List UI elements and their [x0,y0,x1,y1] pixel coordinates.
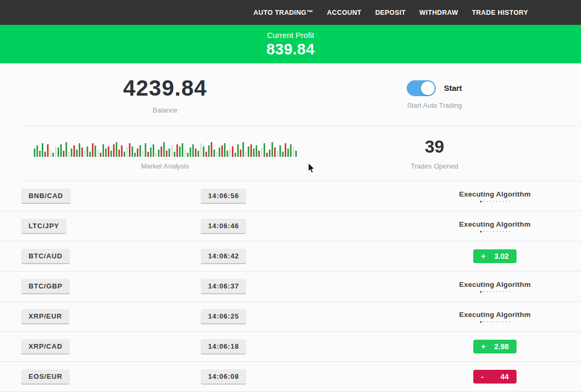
chart-bar [145,143,146,157]
chart-bar [277,151,278,157]
chart-bar [237,144,239,157]
pair-badge: BNB/CAD [21,189,71,204]
executing-label: Executing Algorithm [459,220,530,228]
chart-bar [52,153,54,157]
chart-bar [113,144,115,157]
nav-item-withdraw[interactable]: WITHDRAW [419,9,458,16]
chart-bar [71,148,72,157]
chart-bar [290,144,292,157]
chart-bar [121,145,123,157]
chart-bar [142,151,144,157]
auto-trading-toggle[interactable] [407,80,436,96]
auto-trading-caption: Start Auto Trading [407,101,462,109]
chart-bar [73,145,75,157]
executing-status: Executing Algorithm [459,281,530,293]
result-badge: +2.98 [473,340,517,353]
pair-badge: LTC/JPY [21,219,67,234]
chart-bar [208,145,210,157]
progress-dots [459,321,530,323]
chart-bar [179,146,181,157]
chart-bar [116,142,117,157]
chart-bar [256,145,257,157]
progress-dots [459,201,530,202]
result-badge: +3.02 [473,249,517,263]
chart-bar [232,146,233,157]
result-sign: + [481,252,485,260]
chart-bar [184,150,186,157]
trade-status: +2.98 [409,340,581,353]
nav-item-trade-history[interactable]: TRADE HISTORY [472,9,528,16]
time-badge: 14:06:18 [201,339,246,354]
result-sign: + [481,342,485,351]
chart-bar [271,142,273,157]
executing-label: Executing Algorithm [459,311,530,319]
chart-bar [89,152,91,157]
executing-status: Executing Algorithm [459,220,530,232]
trade-row: BNB/CAD 14:06:56 Executing Algorithm [0,181,581,211]
chart-bar [50,150,51,157]
chart-bar [248,146,249,157]
chart-bar [58,147,59,157]
nav-item-auto-trading[interactable]: AUTO TRADING™ [254,9,313,16]
chart-bar [60,144,62,157]
chart-bar [153,144,154,157]
profit-banner-label: Current Profit [267,31,314,40]
chart-bar [219,147,220,157]
chart-bar [176,144,178,157]
chart-bar [47,144,49,157]
chart-bar [65,142,67,157]
top-nav: AUTO TRADING™ACCOUNTDEPOSITWITHDRAWTRADE… [0,0,581,25]
result-value: 2.98 [494,342,509,351]
toggle-knob [421,81,435,95]
chart-bar [274,147,276,157]
chart-bar [155,153,157,157]
trade-status: -44 [409,370,581,384]
result-badge: -44 [473,370,517,384]
chart-bar [124,152,125,157]
chart-bar [150,147,152,157]
chart-bar [168,148,170,157]
nav-item-account[interactable]: ACCOUNT [327,9,361,16]
chart-bar [161,146,162,157]
chart-bar [174,152,175,157]
profit-banner: Current Profit 839.84 [0,25,581,63]
chart-bar [102,144,104,157]
trade-status: Executing Algorithm [409,190,581,202]
pair-badge: XRP/CAD [21,339,70,354]
chart-bar [198,151,199,157]
chart-bar [213,150,215,157]
chart-bar [242,142,244,157]
chart-bar [137,148,138,157]
chart-bar [269,150,270,157]
chart-bar [134,153,136,157]
pair-badge: XRP/EUR [21,309,69,324]
trade-status: Executing Algorithm [409,311,581,323]
time-badge: 14:06:42 [201,249,246,264]
chart-bar [34,148,35,157]
chart-bar [63,151,64,157]
result-value: 3.02 [494,252,509,260]
chart-bar [166,151,167,157]
balance-label: Balance [153,106,177,114]
chart-bar [227,151,228,157]
executing-status: Executing Algorithm [459,190,530,202]
trades-table: BNB/CAD 14:06:56 Executing Algorithm LTC… [0,181,581,392]
chart-bar [39,151,41,157]
chart-bar [79,143,80,157]
chart-bar [118,150,120,157]
balance-value: 4239.84 [123,76,207,101]
profit-banner-value: 839.84 [266,41,315,58]
chart-bar [258,151,260,157]
trade-status: Executing Algorithm [409,220,581,232]
executing-label: Executing Algorithm [459,281,530,288]
chart-bar [92,143,93,157]
chart-bar [108,146,109,157]
trade-row: XRP/EUR 14:06:25 Executing Algorithm [0,302,581,332]
chart-bar [245,152,247,157]
trades-opened-label: Trades Opened [411,162,458,170]
market-analysis-chart [34,137,297,157]
chart-bar [87,146,88,157]
chart-bar [293,146,294,157]
nav-item-deposit[interactable]: DEPOSIT [375,9,406,16]
chart-bar [76,150,78,157]
